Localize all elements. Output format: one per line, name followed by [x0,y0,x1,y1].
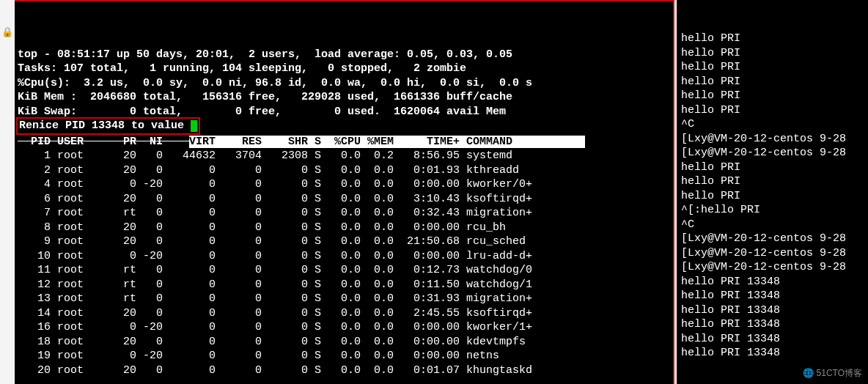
summary-line-3: %Cpu(s): 3.2 us, 0.0 sy, 0.0 ni, 96.8 id… [18,77,532,89]
summary-line-2: Tasks: 107 total, 1 running, 104 sleepin… [18,62,466,75]
left-gutter: 🔒 [0,0,15,384]
summary-line-4: KiB Mem : 2046680 total, 156316 free, 22… [18,91,512,103]
process-header: PID USER PR NI VIRT RES SHR S %CPU %MEM … [18,135,673,149]
process-list: 1 root 20 0 44632 3704 2308 S 0.0 0.2 8:… [18,149,673,377]
renice-prompt[interactable]: Renice PID 13348 to value [19,119,191,133]
terminal-right[interactable]: hello PRI hello PRI hello PRI hello PRI … [674,0,868,384]
top-summary: top - 08:51:17 up 50 days, 20:01, 2 user… [18,33,673,119]
watermark: 🌐 51CTO博客 [803,368,862,380]
cursor [191,120,197,132]
summary-line-5: KiB Swap: 0 total, 0 free, 0 used. 16200… [18,106,506,118]
summary-line-1: top - 08:51:17 up 50 days, 20:01, 2 user… [18,48,512,61]
lock-icon: 🔒 [0,0,15,39]
terminal-left[interactable]: top - 08:51:17 up 50 days, 20:01, 2 user… [15,0,674,384]
right-output: hello PRI hello PRI hello PRI hello PRI … [681,32,864,361]
